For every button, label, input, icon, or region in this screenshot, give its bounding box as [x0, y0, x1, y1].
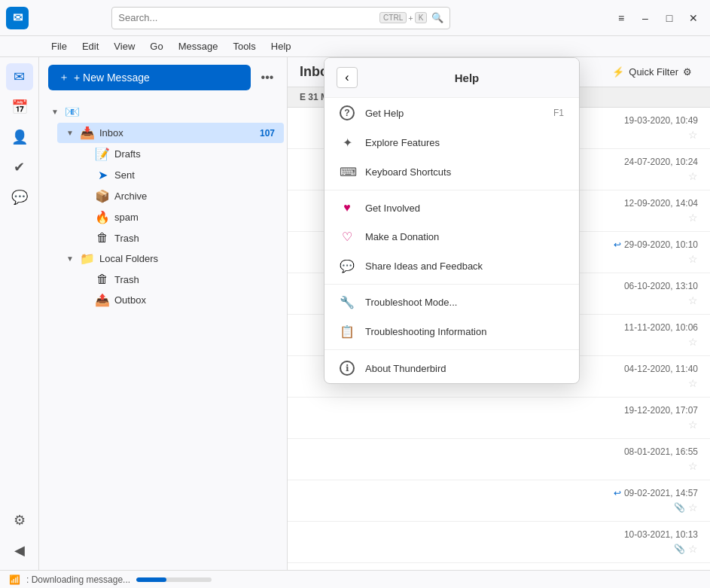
email-date: 08-01-2021, 16:55 ☆	[593, 446, 698, 472]
help-menu-header: ‹ Help	[325, 58, 579, 98]
table-row[interactable]: 08-01-2021, 16:55 ☆	[288, 439, 710, 480]
help-item-label: About Thunderbird	[365, 363, 446, 374]
trash-label: Trash	[114, 233, 275, 244]
info-circle-icon: ℹ	[340, 361, 355, 376]
help-item-share-feedback[interactable]: 💬 Share Ideas and Feedback	[325, 251, 579, 281]
help-shortcut-f1: F1	[553, 108, 564, 118]
star-icon[interactable]: ☆	[688, 501, 698, 513]
email-date: ↩09-02-2021, 14:57 📎 ☆	[593, 488, 698, 513]
star-icon[interactable]: ☆	[688, 170, 698, 182]
table-row[interactable]: ↩09-02-2021, 14:57 📎 ☆	[288, 480, 710, 522]
minimize-button[interactable]: –	[635, 8, 656, 29]
help-menu: ‹ Help ? Get Help F1 ✦ Explore Features …	[324, 57, 580, 384]
menu-message[interactable]: Message	[172, 39, 224, 53]
help-item-label: Troubleshooting Information	[365, 326, 486, 337]
star-icon[interactable]: ☆	[688, 336, 698, 348]
menu-help[interactable]: Help	[265, 39, 297, 53]
maximize-button[interactable]: □	[659, 8, 680, 29]
sidebar-item-archive[interactable]: 📦 Archive	[72, 186, 284, 206]
star-icon[interactable]: ☆	[688, 460, 698, 472]
help-divider-3	[325, 349, 579, 350]
plus-icon: ＋	[59, 71, 69, 84]
sidebar-item-sent[interactable]: ➤ Sent	[72, 165, 284, 185]
sidebar-item-spam[interactable]: 🔥 spam	[72, 207, 284, 227]
local-trash-label: Trash	[114, 274, 275, 285]
filter-icon: ⚡	[612, 66, 624, 78]
collapse-nav-button[interactable]: ◀	[6, 537, 33, 564]
menu-go[interactable]: Go	[144, 39, 169, 53]
title-bar: ✉ CTRL + K 🔍 ≡ – □ ✕	[0, 0, 710, 36]
attachment-icon: 📎	[674, 544, 685, 554]
help-back-button[interactable]: ‹	[337, 67, 358, 88]
star-icon[interactable]: ☆	[688, 129, 698, 141]
sidebar-item-local-trash[interactable]: 🗑 Trash	[72, 270, 284, 289]
help-item-get-help[interactable]: ? Get Help F1	[325, 98, 579, 128]
hamburger-button[interactable]: ≡	[611, 8, 632, 29]
table-row[interactable]: 19-12-2020, 17:07 ☆	[288, 398, 710, 439]
help-item-explore-features[interactable]: ✦ Explore Features	[325, 128, 579, 157]
sidebar: ＋ + New Message ••• ▼ 📧 ▼ 📥 Inbox 107	[39, 57, 288, 570]
inbox-count: 107	[260, 128, 275, 139]
wrench-icon: 🔧	[340, 295, 355, 309]
reply-icon: ↩	[614, 488, 621, 498]
help-item-get-involved[interactable]: ♥ Get Involved	[325, 193, 579, 222]
menu-tools[interactable]: Tools	[227, 39, 261, 53]
email-date: 24-07-2020, 10:24 ☆	[593, 157, 698, 182]
star-icon[interactable]: ☆	[688, 377, 698, 389]
star-icon[interactable]: ☆	[688, 253, 698, 265]
contacts-nav-button[interactable]: 👤	[6, 123, 33, 151]
calendar-nav-button[interactable]: 📅	[6, 93, 33, 120]
chat-nav-button[interactable]: 💬	[6, 184, 33, 211]
reply-icon: ↩	[614, 239, 621, 250]
email-date: 19-12-2020, 17:07 ☆	[593, 405, 698, 431]
account-row[interactable]: ▼ 📧	[42, 102, 284, 122]
status-progress	[136, 577, 701, 582]
search-icon[interactable]: 🔍	[431, 12, 443, 23]
help-divider-2	[325, 284, 579, 285]
menu-file[interactable]: File	[45, 39, 73, 53]
table-row[interactable]: 10-03-2021, 10:13 📎 ☆	[288, 522, 710, 563]
new-message-button[interactable]: ＋ + New Message	[48, 65, 251, 90]
keyboard-icon: ⌨	[340, 165, 355, 179]
help-item-about[interactable]: ℹ About Thunderbird	[325, 353, 579, 383]
window-controls: ≡ – □ ✕	[611, 8, 704, 29]
help-divider-1	[325, 190, 579, 190]
help-item-make-donation[interactable]: ♡ Make a Donation	[325, 222, 579, 251]
help-item-label: Make a Donation	[365, 231, 439, 242]
star-icon[interactable]: ☆	[688, 212, 698, 224]
status-message: : Downloading message...	[26, 574, 130, 585]
local-folders-label: Local Folders	[99, 253, 275, 264]
sidebar-item-local-folders[interactable]: ▼ 📁 Local Folders	[57, 248, 284, 269]
help-item-keyboard-shortcuts[interactable]: ⌨ Keyboard Shortcuts	[325, 157, 579, 187]
star-icon[interactable]: ☆	[688, 294, 698, 306]
sidebar-item-trash[interactable]: 🗑 Trash	[72, 228, 284, 248]
quick-filter-button[interactable]: ⚡ Quick Filter ⚙	[606, 63, 698, 81]
star-icon[interactable]: ☆	[688, 543, 698, 555]
progress-bar-fill	[136, 577, 166, 582]
menu-view[interactable]: View	[108, 39, 141, 53]
help-item-label: Troubleshoot Mode...	[365, 297, 457, 308]
settings-nav-button[interactable]: ⚙	[6, 507, 33, 534]
sidebar-item-inbox[interactable]: ▼ 📥 Inbox 107	[57, 123, 284, 143]
inbox-chevron: ▼	[66, 129, 75, 137]
document-icon: 📋	[340, 324, 355, 339]
email-date: 10-03-2021, 10:13 📎 ☆	[593, 529, 698, 555]
tasks-nav-button[interactable]: ✔	[6, 154, 33, 181]
help-menu-title: Help	[367, 72, 567, 84]
mail-nav-button[interactable]: ✉	[6, 63, 33, 90]
more-options-button[interactable]: •••	[257, 67, 278, 88]
menu-edit[interactable]: Edit	[76, 39, 105, 53]
quick-filter-label: Quick Filter	[629, 66, 678, 78]
close-button[interactable]: ✕	[683, 8, 704, 29]
inbox-children: 📝 Drafts ➤ Sent 📦 Archive	[54, 144, 287, 248]
star-icon[interactable]: ☆	[688, 419, 698, 431]
help-item-troubleshoot-mode[interactable]: 🔧 Troubleshoot Mode...	[325, 288, 579, 317]
sidebar-item-outbox[interactable]: 📤 Outbox	[72, 290, 284, 310]
sidebar-item-drafts[interactable]: 📝 Drafts	[72, 144, 284, 164]
archive-label: Archive	[114, 190, 275, 202]
search-bar[interactable]: CTRL + K 🔍	[111, 7, 450, 29]
search-input[interactable]	[118, 12, 379, 23]
help-item-label: Keyboard Shortcuts	[365, 166, 451, 178]
filter-settings-icon: ⚙	[683, 66, 692, 78]
help-item-troubleshooting-info[interactable]: 📋 Troubleshooting Information	[325, 317, 579, 346]
